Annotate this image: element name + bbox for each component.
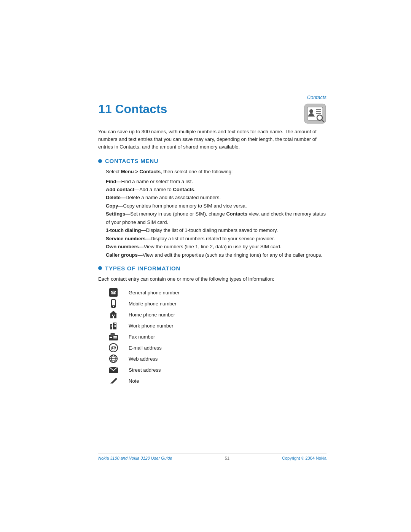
info-row-fax: Fax number	[102, 332, 327, 342]
contacts-menu-heading-text: CONTACTS MENU	[105, 158, 158, 164]
menu-item-settings: Settings—Set memory in use (phone or SIM…	[106, 210, 327, 226]
menu-item-delete: Delete—Delete a name and its associated …	[106, 193, 327, 201]
svg-rect-19	[111, 326, 112, 327]
menu-item-own-numbers: Own numbers—View the numbers (line 1, li…	[106, 243, 327, 251]
svg-rect-14	[112, 315, 113, 316]
svg-rect-24	[114, 326, 115, 327]
info-row-general-phone: ☎ General phone number	[102, 288, 327, 297]
mobile-phone-icon	[102, 299, 125, 308]
menu-item-1touch: 1-touch dialing—Display the list of 1-to…	[106, 226, 327, 234]
svg-rect-27	[111, 333, 115, 336]
breadcrumb: Contacts	[98, 94, 327, 100]
web-icon	[102, 354, 125, 363]
street-label: Street address	[125, 367, 161, 373]
svg-rect-23	[115, 325, 116, 326]
intro-text: You can save up to 300 names, with multi…	[98, 128, 327, 151]
contacts-menu-heading: CONTACTS MENU	[98, 158, 327, 164]
menu-item-find: Find—Find a name or select from a list.	[106, 177, 327, 185]
home-phone-label: Home phone number	[125, 312, 175, 318]
svg-rect-31	[113, 339, 117, 339]
contacts-icon	[304, 103, 327, 124]
menu-item-service-numbers: Service numbers—Display a list of number…	[106, 235, 327, 243]
general-phone-label: General phone number	[125, 290, 180, 296]
svg-point-12	[113, 306, 114, 307]
contacts-menu-content: Select Menu > Contacts, then select one …	[106, 168, 327, 259]
svg-rect-18	[111, 325, 112, 326]
fax-icon	[102, 332, 125, 341]
note-icon	[102, 377, 125, 385]
svg-rect-15	[114, 315, 115, 316]
select-instruction: Select Menu > Contacts, then select one …	[106, 168, 327, 176]
info-row-work-phone: Work phone number	[102, 321, 327, 331]
footer-left: Nokia 3100 and Nokia 3120 User Guide	[98, 456, 172, 460]
info-row-email: @ E-mail address	[102, 343, 327, 353]
general-phone-icon: ☎	[102, 288, 125, 297]
types-intro-text: Each contact entry can contain one or mo…	[98, 275, 327, 283]
fax-label: Fax number	[125, 334, 155, 340]
types-info-heading-text: TYPES OF INFORMATION	[105, 265, 180, 272]
page-footer: Nokia 3100 and Nokia 3120 User Guide 51 …	[98, 454, 327, 460]
chapter-number: 11	[98, 102, 112, 116]
svg-rect-20	[114, 323, 115, 324]
email-icon: @	[102, 343, 125, 353]
chapter-header: 11 Contacts	[98, 102, 327, 124]
svg-rect-30	[113, 337, 117, 338]
svg-point-2	[309, 109, 313, 113]
svg-rect-11	[112, 300, 115, 305]
svg-rect-28	[110, 337, 112, 338]
info-table: ☎ General phone number Mobile phone numb…	[102, 288, 327, 386]
home-phone-icon	[102, 310, 125, 319]
svg-rect-22	[114, 325, 115, 326]
mobile-phone-label: Mobile phone number	[125, 301, 177, 307]
svg-rect-21	[115, 323, 116, 324]
info-row-note: Note	[102, 376, 327, 386]
svg-rect-25	[115, 326, 116, 327]
footer-right: Copyright © 2004 Nokia	[282, 456, 327, 460]
info-row-street: Street address	[102, 365, 327, 375]
work-phone-label: Work phone number	[125, 323, 174, 329]
info-row-mobile-phone: Mobile phone number	[102, 299, 327, 308]
info-row-home-phone: Home phone number	[102, 310, 327, 320]
svg-text:@: @	[111, 345, 116, 351]
web-label: Web address	[125, 356, 158, 362]
chapter-title: 11 Contacts	[98, 102, 167, 116]
info-row-web: Web address	[102, 354, 327, 364]
menu-item-caller-groups: Caller groups—View and edit the properti…	[106, 251, 327, 259]
svg-rect-17	[113, 323, 116, 329]
street-icon	[102, 366, 125, 374]
svg-rect-29	[113, 336, 117, 337]
content-area: Contacts 11 Contacts	[98, 94, 327, 390]
menu-item-add-contact: Add contact—Add a name to Contacts.	[106, 185, 327, 193]
email-label: E-mail address	[125, 345, 162, 351]
page-container: Contacts 11 Contacts	[0, 0, 411, 532]
bullet-contacts-menu	[98, 159, 102, 163]
note-label: Note	[125, 378, 139, 384]
footer-center: 51	[225, 456, 229, 460]
types-info-heading: TYPES OF INFORMATION	[98, 265, 327, 272]
svg-text:☎: ☎	[110, 290, 116, 296]
bullet-types-info	[98, 266, 102, 270]
menu-item-copy: Copy—Copy entries from phone memory to S…	[106, 202, 327, 210]
work-phone-icon	[102, 321, 125, 330]
svg-marker-13	[110, 311, 117, 318]
